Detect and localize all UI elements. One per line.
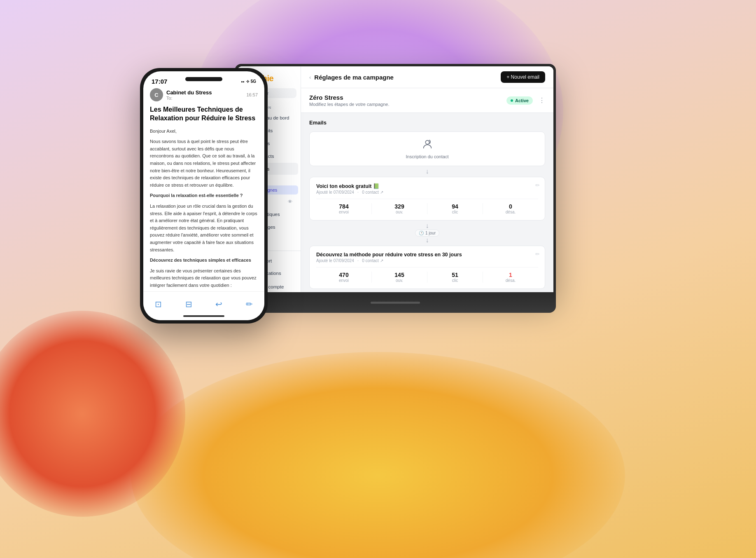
- page-title: Réglages de ma campagne: [314, 74, 394, 81]
- tablet-device: Peachie Rechercher APPLICATION 🏠 Tableau…: [235, 64, 556, 295]
- email-card-info-1: Voici ton ebook gratuit 📗 Ajouté le 07/0…: [316, 183, 383, 195]
- email-section1-title: Pourquoi la relaxation est-elle essentie…: [150, 192, 258, 199]
- email-subject: Les Meilleures Techniques de Relaxation …: [150, 106, 258, 123]
- signal-icon: ▪▪: [241, 79, 245, 84]
- email-to: To:: [166, 96, 246, 101]
- stat-clic-1: 94 clic: [427, 203, 483, 214]
- stat-envoi-label-2: envoi: [316, 278, 371, 283]
- stat-envoi-2: 470 envoi: [316, 272, 372, 283]
- stat-ouv-value-2: 145: [372, 272, 427, 278]
- email-time: 16:57: [246, 92, 258, 97]
- contact-trigger: Inscription du contact: [309, 131, 545, 166]
- campaign-subtitle: Modifiez les étapes de votre campagne.: [309, 102, 389, 107]
- stat-envoi-value-2: 470: [316, 272, 371, 278]
- email-card-header-2: Découvrez la méthode pour réduire votre …: [316, 252, 538, 263]
- email-card-date-1: Ajouté le 07/09/2024 · 0 contact ↗: [316, 190, 383, 195]
- arrow-down-icon-3: ↓: [425, 237, 429, 244]
- sender-name: Cabinet du Stress: [166, 89, 246, 96]
- email-card-header-1: Voici ton ebook gratuit 📗 Ajouté le 07/0…: [316, 183, 538, 195]
- phone-content: C Cabinet du Stress To: 16:57 Les Meille…: [143, 88, 264, 296]
- main-content: ‹ Réglages de ma campagne + Nouvel email…: [301, 66, 553, 295]
- email-card-2: ✏ Découvrez la méthode pour réduire votr…: [309, 246, 545, 289]
- svg-point-0: [425, 141, 429, 144]
- flow-arrow-1: ↓: [426, 166, 429, 177]
- email-body-p3: Je suis ravie de vous présenter certaine…: [150, 267, 258, 289]
- stat-ouv-label-1: ouv.: [372, 210, 427, 214]
- email-card-1: ✏ Voici ton ebook gratuit 📗 Ajouté le 07…: [309, 177, 545, 220]
- arrow-down-icon: ↓: [426, 168, 429, 175]
- stat-clic-value-1: 94: [427, 203, 483, 210]
- emails-section-title: Emails: [309, 120, 545, 126]
- nav-reply-icon[interactable]: ↩: [215, 299, 222, 309]
- stat-ouv-2: 145 ouv.: [372, 272, 427, 283]
- campaign-header: Zéro Stress Modifiez les étapes de votre…: [301, 88, 553, 113]
- flow-delay-1: 🕐 1 jour: [415, 230, 439, 237]
- stat-envoi-label-1: envoi: [316, 210, 371, 214]
- email-flow: Inscription du contact ↓ ✏ Voici ton ebo…: [309, 131, 545, 295]
- flow-arrow-2: ↓ 🕐 1 jour ↓: [415, 220, 439, 246]
- avatar: C: [150, 88, 163, 101]
- stat-clic-label-1: clic: [427, 210, 483, 214]
- email-section2-title: Découvrez des techniques simples et effi…: [150, 257, 258, 264]
- tablet-home-bar: [371, 302, 420, 304]
- stat-envoi-1: 784 envoi: [316, 203, 372, 214]
- status-label: Active: [515, 98, 529, 103]
- email-card-title-2: Découvrez la méthode pour réduire votre …: [316, 252, 462, 258]
- stat-ouv-1: 329 ouv.: [372, 203, 427, 214]
- wifi-icon: ⟡: [246, 79, 249, 84]
- arrow-down-icon-2: ↓: [425, 222, 429, 230]
- email-card-info-2: Découvrez la méthode pour réduire votre …: [316, 252, 462, 263]
- emails-section: Emails Inscription du conta: [301, 113, 553, 295]
- new-email-button[interactable]: + Nouvel email: [501, 71, 545, 83]
- campaign-info: Zéro Stress Modifiez les étapes de votre…: [309, 94, 389, 107]
- nav-compose-icon[interactable]: ✏: [246, 299, 253, 309]
- stat-desa-label-1: désa.: [483, 210, 538, 214]
- stat-clic-value-2: 51: [427, 272, 483, 278]
- nav-archive-icon[interactable]: ⊡: [155, 299, 162, 309]
- email-card-stats-1: 784 envoi 329 ouv. 94 clic: [316, 199, 538, 214]
- email-card-date-2: Ajouté le 07/09/2024 · 0 contact ↗: [316, 258, 462, 263]
- email-header: C Cabinet du Stress To: 16:57: [150, 88, 258, 101]
- campaign-name: Zéro Stress: [309, 94, 389, 101]
- edit-icon-2[interactable]: ✏: [535, 251, 540, 257]
- main-header: ‹ Réglages de ma campagne + Nouvel email: [301, 66, 553, 88]
- back-arrow-icon[interactable]: ‹: [309, 74, 311, 80]
- stat-ouv-label-2: ouv.: [372, 278, 427, 283]
- clock-icon: 🕐: [419, 231, 424, 235]
- email-body-p1: Nous savons tous à quel point le stress …: [150, 138, 258, 189]
- phone-device: 17:07 ▪▪ ⟡ 5G C Cabinet du Stress To: 16…: [140, 68, 268, 324]
- more-options-icon[interactable]: ⋮: [539, 96, 545, 104]
- tablet-screen: Peachie Rechercher APPLICATION 🏠 Tableau…: [237, 66, 553, 295]
- logo-ie: ie: [267, 74, 273, 83]
- stat-desa-label-2: désa.: [483, 278, 538, 283]
- delay-label-1: 1 jour: [425, 231, 436, 235]
- eye-icon: 👁: [288, 199, 292, 204]
- edit-icon-1[interactable]: ✏: [535, 182, 540, 188]
- tablet-bezel: [235, 292, 556, 313]
- phone-icons: ▪▪ ⟡ 5G: [241, 79, 256, 84]
- nav-folder-icon[interactable]: ⊟: [185, 299, 192, 309]
- campaign-area: Emails Inscription du conta: [301, 113, 553, 295]
- phone-time: 17:07: [152, 78, 167, 85]
- email-card-title-1: Voici ton ebook gratuit 📗: [316, 183, 383, 189]
- email-body: Bonjour Axel, Nous savons tous à quel po…: [150, 128, 258, 296]
- email-card-stats-2: 470 envoi 145 ouv. 51 clic: [316, 267, 538, 283]
- stat-ouv-value-1: 329: [372, 203, 427, 210]
- phone-screen: 17:07 ▪▪ ⟡ 5G C Cabinet du Stress To: 16…: [143, 71, 264, 320]
- email-from: Cabinet du Stress To:: [166, 89, 246, 101]
- cellular-icon: 5G: [251, 79, 256, 84]
- status-dot: [511, 99, 513, 102]
- stat-envoi-value-1: 784: [316, 203, 371, 210]
- status-badge: Active: [506, 96, 533, 105]
- stat-desa-value-1: 0: [483, 203, 538, 210]
- stat-clic-2: 51 clic: [427, 272, 483, 283]
- stat-desa-2: 1 désa.: [483, 272, 538, 283]
- phone-notch: [185, 77, 222, 81]
- home-indicator: [183, 315, 224, 317]
- email-body-p2: La relaxation joue un rôle crucial dans …: [150, 203, 258, 253]
- campaign-status: Active ⋮: [506, 96, 545, 105]
- breadcrumb: ‹ Réglages de ma campagne: [309, 74, 394, 81]
- stat-desa-value-2: 1: [483, 272, 538, 278]
- trigger-icon: [422, 138, 433, 152]
- stat-clic-label-2: clic: [427, 278, 483, 283]
